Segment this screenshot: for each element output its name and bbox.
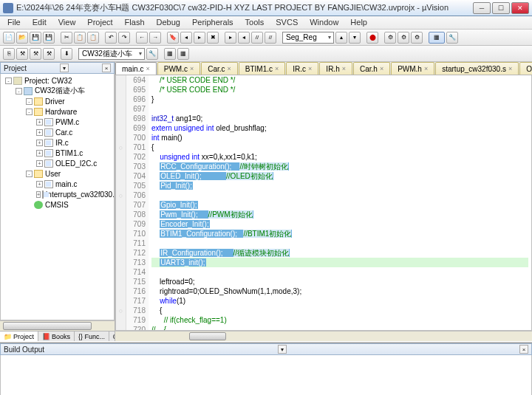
build-output-body[interactable]: [0, 355, 532, 395]
tree-node[interactable]: CMSIS: [1, 199, 114, 210]
comment-button[interactable]: //: [251, 32, 263, 44]
output-panel-dock-icon[interactable]: ▾: [278, 345, 287, 354]
project-tree[interactable]: -Project: CW32-CW32循迹小车-Driver-Hardware+…: [0, 74, 115, 320]
find-next-button[interactable]: ▾: [349, 32, 361, 44]
editor-tab[interactable]: Car.c×: [201, 62, 238, 75]
code-editor[interactable]: ○○○ 694695696697698699700701702703704705…: [115, 75, 532, 331]
save-button[interactable]: 💾: [30, 32, 41, 44]
tree-node[interactable]: +main.c: [1, 179, 114, 189]
editor-tab[interactable]: main.c×: [115, 62, 157, 75]
open-button[interactable]: 📂: [16, 32, 28, 44]
menu-window[interactable]: Window: [304, 16, 344, 29]
tree-node[interactable]: -Hardware: [1, 106, 114, 117]
maximize-button[interactable]: ☐: [492, 2, 510, 14]
save-all-button[interactable]: 💾: [43, 32, 55, 44]
new-button[interactable]: 📄: [3, 32, 15, 44]
target-select[interactable]: CW32循迹小车: [78, 48, 145, 60]
menu-flash[interactable]: Flash: [119, 16, 151, 29]
options-button[interactable]: 🔧: [146, 48, 158, 60]
menu-help[interactable]: Help: [344, 16, 373, 29]
manage-button[interactable]: ▦: [164, 48, 176, 60]
nav-fwd-button[interactable]: →: [149, 32, 161, 44]
close-button[interactable]: ✕: [511, 2, 529, 14]
menu-tools[interactable]: Tools: [239, 16, 270, 29]
menu-debug[interactable]: Debug: [151, 16, 186, 29]
paste-button[interactable]: 📋: [87, 32, 99, 44]
editor-hscroll[interactable]: [115, 331, 532, 341]
tree-node[interactable]: -CW32循迹小车: [1, 86, 114, 96]
menu-edit[interactable]: Edit: [27, 16, 52, 29]
tree-node[interactable]: -User: [1, 168, 114, 179]
tool-button[interactable]: 🔧: [446, 32, 458, 44]
debug-button[interactable]: ⬤: [366, 32, 378, 44]
editor-tab[interactable]: OLED_I2C.c×: [519, 62, 532, 75]
translate-button[interactable]: ⎘: [3, 48, 15, 60]
batch-build-button[interactable]: ⚒: [43, 48, 55, 60]
output-panel-close-icon[interactable]: ×: [519, 345, 528, 354]
project-panel: Project ▾ × -Project: CW32-CW32循迹小车-Driv…: [0, 62, 115, 341]
manage2-button[interactable]: ▦: [177, 48, 189, 60]
cut-button[interactable]: ✂: [61, 32, 72, 44]
tab-functions[interactable]: {} Func...: [75, 332, 109, 341]
rebuild-button[interactable]: ⚒: [30, 48, 41, 60]
editor-tab[interactable]: BTIM1.c×: [239, 62, 286, 75]
find-prev-button[interactable]: ▴: [335, 32, 347, 44]
toolbar-build: ⎘ ⚒ ⚒ ⚒ ⬇ CW32循迹小车 🔧 ▦ ▦: [0, 46, 532, 62]
find-combo[interactable]: Seg_Reg: [282, 32, 334, 44]
minimize-button[interactable]: ─: [473, 2, 491, 14]
window-layout-button[interactable]: ▦: [429, 32, 445, 44]
editor-tabs: main.c×PWM.c×Car.c×BTIM1.c×IR.c×IR.h×Car…: [115, 62, 532, 75]
tree-node[interactable]: -Project: CW32: [1, 75, 114, 86]
outdent-button[interactable]: ◂: [238, 32, 250, 44]
build-button[interactable]: ⚒: [16, 48, 28, 60]
tree-node[interactable]: +Car.c: [1, 127, 114, 137]
title-bar: E:\2024年\26 24年竞赛小车H题 CW32F030C\7 cw32-P…: [0, 0, 532, 16]
window-title: E:\2024年\26 24年竞赛小车H题 CW32F030C\7 cw32-P…: [16, 2, 471, 13]
uncomment-button[interactable]: //: [265, 32, 276, 44]
editor-tab[interactable]: Car.h×: [353, 62, 390, 75]
redo-button[interactable]: ↷: [118, 32, 130, 44]
download-button[interactable]: ⬇: [61, 48, 72, 60]
tab-books[interactable]: 📕Books: [38, 332, 75, 341]
bookmark-clear-button[interactable]: ✖: [207, 32, 219, 44]
tree-node[interactable]: +PWM.c: [1, 117, 114, 127]
config2-button[interactable]: ⚙: [398, 32, 409, 44]
editor-tab[interactable]: startup_cw32f030.s×: [435, 62, 519, 75]
tree-node[interactable]: +IR.c: [1, 137, 114, 148]
tree-node[interactable]: +OLED_I2C.c: [1, 158, 114, 168]
toolbar-file: 📄 📂 💾 💾 ✂ 📋 📋 ↶ ↷ ← → 🔖 ◂ ▸ ✖ ▸ ◂ // // …: [0, 30, 532, 46]
build-output-panel: Build Output ▾ × 📋Build Output 🔍Find In …: [0, 343, 532, 395]
nav-back-button[interactable]: ←: [136, 32, 148, 44]
menu-svcs[interactable]: SVCS: [270, 16, 304, 29]
copy-button[interactable]: 📋: [74, 32, 86, 44]
menu-project[interactable]: Project: [81, 16, 118, 29]
app-icon: [3, 3, 13, 13]
editor-panel: main.c×PWM.c×Car.c×BTIM1.c×IR.c×IR.h×Car…: [115, 62, 532, 341]
menu-file[interactable]: File: [1, 16, 27, 29]
project-tabs: 📁Project 📕Books {} Func... 0▸ Temp...: [0, 331, 115, 341]
project-panel-header: Project ▾ ×: [0, 62, 115, 74]
editor-tab[interactable]: PWM.c×: [157, 62, 200, 75]
tab-project[interactable]: 📁Project: [0, 332, 38, 341]
tree-node[interactable]: -Driver: [1, 96, 114, 106]
editor-tab[interactable]: PWM.h×: [391, 62, 434, 75]
tab-templates[interactable]: 0▸ Temp...: [109, 332, 115, 341]
build-output-header: Build Output ▾ ×: [0, 343, 532, 355]
menu-bar: File Edit View Project Flash Debug Perip…: [0, 16, 532, 30]
tree-node[interactable]: +BTIM1.c: [1, 148, 114, 158]
project-panel-close-icon[interactable]: ▾: [60, 63, 69, 72]
bookmark-prev-button[interactable]: ◂: [180, 32, 192, 44]
bookmark-next-button[interactable]: ▸: [194, 32, 205, 44]
menu-peripherals[interactable]: Peripherals: [186, 16, 239, 29]
editor-tab[interactable]: IR.c×: [286, 62, 318, 75]
undo-button[interactable]: ↶: [105, 32, 117, 44]
indent-button[interactable]: ▸: [225, 32, 236, 44]
config3-button[interactable]: ⚙: [411, 32, 423, 44]
menu-view[interactable]: View: [52, 16, 82, 29]
editor-tab[interactable]: IR.h×: [319, 62, 352, 75]
bookmark-button[interactable]: 🔖: [167, 32, 179, 44]
config-button[interactable]: ⚙: [384, 32, 396, 44]
project-panel-x-icon[interactable]: ×: [102, 63, 111, 72]
project-hscroll[interactable]: [0, 320, 115, 331]
tree-node[interactable]: +interrupts_cw32f030.c: [1, 189, 114, 199]
